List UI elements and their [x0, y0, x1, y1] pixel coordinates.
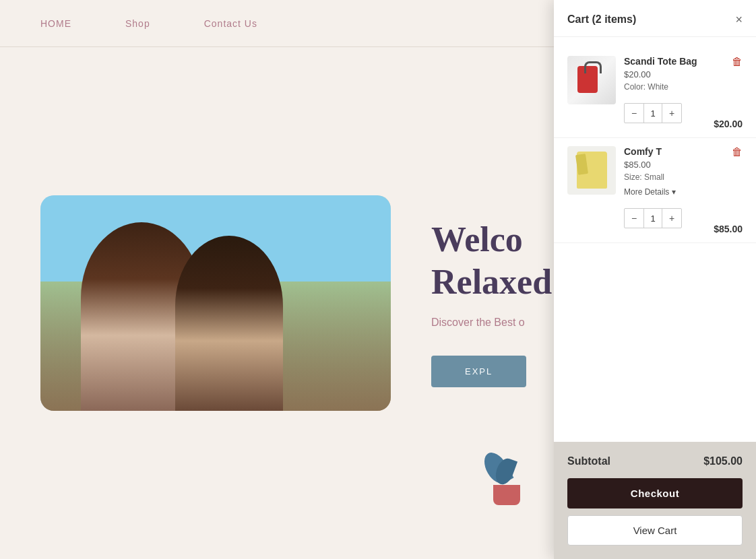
hero-subtitle: Discover the Best o: [431, 317, 552, 329]
hero-photo: [40, 195, 391, 411]
quantity-row-1: − 1 + $20.00: [624, 97, 743, 129]
subtotal-amount: $105.00: [703, 455, 743, 467]
item-color-1: Color: White: [624, 82, 743, 92]
cart-panel: Cart (2 items) × Scandi Tote Bag 🗑 $20.0…: [554, 0, 756, 559]
cart-header: Cart (2 items) ×: [554, 0, 756, 37]
item-thumbnail-tote: [567, 56, 616, 104]
delete-item-2-button[interactable]: 🗑: [732, 146, 743, 158]
item-size-2: Size: Small: [624, 172, 743, 182]
quantity-stepper-1: − 1 +: [624, 103, 682, 123]
subtotal-label: Subtotal: [567, 455, 610, 467]
item-total-2: $85.00: [714, 224, 743, 234]
nav-links: HOME Shop Contact Us: [40, 18, 257, 29]
item-name-row: Scandi Tote Bag 🗑: [624, 56, 743, 69]
hero-image: [40, 195, 391, 411]
nav-home[interactable]: HOME: [40, 18, 71, 29]
cart-item: Scandi Tote Bag 🗑 $20.00 Color: White − …: [554, 48, 756, 138]
qty-plus-2[interactable]: +: [662, 209, 681, 228]
nav-shop[interactable]: Shop: [125, 18, 150, 29]
item-name-1: Scandi Tote Bag: [624, 56, 697, 67]
item-name-2: Comfy T: [624, 146, 662, 157]
checkout-button[interactable]: Checkout: [567, 478, 743, 508]
item-total-1: $20.00: [714, 119, 743, 129]
view-cart-button[interactable]: View Cart: [567, 515, 743, 546]
plant-decoration: [486, 451, 527, 505]
cart-item-details-2: Comfy T 🗑 $85.00 Size: Small More Detail…: [624, 146, 743, 234]
cart-title: Cart (2 items): [567, 13, 636, 26]
explore-button[interactable]: EXPL: [431, 356, 526, 387]
nav-contact[interactable]: Contact Us: [204, 18, 257, 29]
subtotal-row: Subtotal $105.00: [567, 455, 743, 467]
person2: [175, 236, 283, 411]
cart-items-list: Scandi Tote Bag 🗑 $20.00 Color: White − …: [554, 37, 756, 442]
qty-minus-1[interactable]: −: [625, 104, 643, 123]
item-name-row-2: Comfy T 🗑: [624, 146, 743, 160]
plant-pot: [493, 485, 520, 505]
qty-value-1: 1: [643, 104, 662, 123]
cart-item: Comfy T 🗑 $85.00 Size: Small More Detail…: [554, 138, 756, 243]
qty-minus-2[interactable]: −: [625, 209, 643, 228]
quantity-row-2: − 1 + $85.00: [624, 202, 743, 234]
item-thumbnail-jacket: [567, 146, 616, 195]
item-price-1: $20.00: [624, 69, 743, 79]
cart-footer: Subtotal $105.00 Checkout View Cart: [554, 442, 756, 559]
qty-value-2: 1: [643, 209, 662, 228]
cart-item-details-1: Scandi Tote Bag 🗑 $20.00 Color: White − …: [624, 56, 743, 129]
delete-item-1-button[interactable]: 🗑: [732, 56, 743, 68]
qty-plus-1[interactable]: +: [662, 104, 681, 123]
more-details-button[interactable]: More Details ▾: [624, 187, 743, 197]
quantity-stepper-2: − 1 +: [624, 208, 682, 228]
chevron-down-icon: ▾: [672, 187, 676, 197]
hero-title: Welco Relaxed: [431, 219, 552, 303]
item-price-2: $85.00: [624, 160, 743, 170]
cart-close-button[interactable]: ×: [735, 13, 743, 26]
